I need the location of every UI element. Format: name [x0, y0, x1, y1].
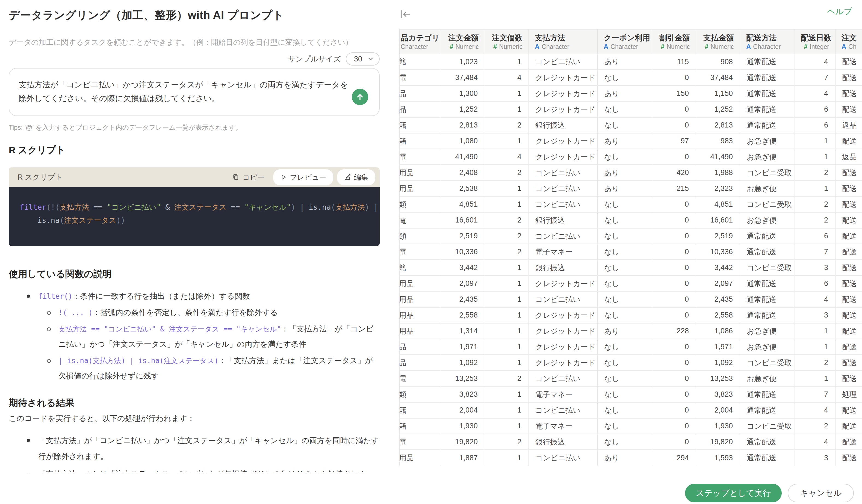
- table-cell: なし: [598, 197, 652, 212]
- table-cell: 1: [795, 323, 836, 339]
- table-cell: なし: [598, 117, 652, 133]
- table-cell: クレジットカード: [529, 86, 598, 102]
- table-cell: 品: [400, 355, 440, 371]
- table-cell: 電子マネー: [529, 418, 598, 434]
- table-row: 品1,9711クレジットカードなし01,971お急ぎ便1配送: [400, 339, 862, 355]
- function-explanation-item: filter()：条件に一致する行を抽出（または除外）する関数: [9, 289, 380, 304]
- table-cell: 0: [652, 307, 696, 323]
- table-cell: 908: [696, 54, 740, 70]
- table-cell: 0: [652, 212, 696, 228]
- column-header[interactable]: 割引金額#Numeric: [652, 29, 696, 54]
- table-cell: 用品: [400, 307, 440, 323]
- table-cell: クレジットカード: [529, 355, 598, 371]
- column-name: 割引金額: [658, 33, 690, 43]
- table-row: 籍1,0801クレジットカードあり97983お急ぎ便1配送: [400, 133, 862, 149]
- column-type: #Integer: [801, 43, 829, 51]
- preview-button[interactable]: プレビュー: [273, 169, 333, 185]
- table-cell: 配送: [836, 244, 862, 260]
- table-cell: 0: [652, 117, 696, 133]
- table-cell: コンビニ払い: [529, 54, 598, 70]
- table-cell: あり: [598, 165, 652, 181]
- copy-button[interactable]: コピー: [227, 170, 269, 185]
- column-header[interactable]: 支払方法ACharacter: [529, 29, 598, 54]
- column-header[interactable]: 注文ACh: [836, 29, 862, 54]
- column-header[interactable]: 品カテゴリCharacter: [400, 29, 440, 54]
- table-cell: 通常配送: [740, 402, 795, 418]
- app-root: データラングリング（加工、整形）with AI プロンプト データの加工に関する…: [0, 0, 862, 504]
- collapse-left-icon: [400, 9, 413, 20]
- table-cell: 0: [652, 102, 696, 117]
- tips-text: Tips: '@' を入力するとプロジェクト内のデータフレーム一覧が表示されます…: [9, 123, 380, 132]
- table-cell: 1: [485, 292, 529, 307]
- table-cell: 処理: [836, 387, 862, 402]
- table-cell: 215: [652, 181, 696, 197]
- table-cell: 3,442: [440, 260, 485, 276]
- table-row: 籍2,8132銀行振込なし02,813通常配送6返品: [400, 117, 862, 133]
- table-cell: 1: [795, 181, 836, 197]
- column-header[interactable]: 配送日数#Integer: [795, 29, 836, 54]
- run-as-step-button[interactable]: ステップとして実行: [685, 484, 782, 502]
- table-cell: 類: [400, 197, 440, 212]
- table-cell: 2,519: [440, 228, 485, 244]
- table-cell: 0: [652, 228, 696, 244]
- table-cell: 7: [795, 244, 836, 260]
- table-cell: なし: [598, 418, 652, 434]
- table-cell: 品: [400, 102, 440, 117]
- bullet-text: ：括弧内の条件を否定し、条件を満たす行を除外する: [93, 308, 278, 317]
- table-cell: クレジットカード: [529, 339, 598, 355]
- column-header[interactable]: 注文個数#Numeric: [485, 29, 529, 54]
- table-cell: 10,336: [696, 244, 740, 260]
- table-cell: 配送: [836, 323, 862, 339]
- table-cell: 用品: [400, 450, 440, 466]
- table-cell: あり: [598, 86, 652, 102]
- table-cell: 2: [485, 371, 529, 387]
- table-cell: 294: [652, 450, 696, 466]
- table-cell: 0: [652, 339, 696, 355]
- table-cell: 2,004: [440, 402, 485, 418]
- table-cell: 4,851: [440, 197, 485, 212]
- table-cell: 1,988: [696, 165, 740, 181]
- table-cell: 228: [652, 323, 696, 339]
- table-cell: 16,601: [696, 212, 740, 228]
- column-header[interactable]: 支払金額#Numeric: [696, 29, 740, 54]
- column-type: Character: [401, 43, 434, 51]
- table-cell: 通常配送: [740, 86, 795, 102]
- column-name: 注文金額: [446, 33, 479, 43]
- table-row: 用品2,0971クレジットカードなし02,097通常配送6配送: [400, 276, 862, 292]
- table-row: 電16,6012銀行振込なし016,601お急ぎ便2配送: [400, 212, 862, 228]
- table-cell: 13,253: [696, 371, 740, 387]
- column-header[interactable]: クーポン利用ACharacter: [598, 29, 652, 54]
- table-cell: 4: [485, 149, 529, 165]
- collapse-panel-button[interactable]: [400, 8, 413, 21]
- help-link[interactable]: ヘルプ: [827, 6, 852, 17]
- table-cell: 配送: [836, 355, 862, 371]
- table-cell: 電子マネー: [529, 387, 598, 402]
- table-cell: 1: [485, 276, 529, 292]
- table-cell: 用品: [400, 323, 440, 339]
- table-cell: 1,252: [440, 102, 485, 117]
- prompt-input[interactable]: 支払方法が「コンビニ払い」かつ注文ステータスが「キャンセル」の両方を満たすデータ…: [9, 68, 380, 116]
- copy-label: コピー: [243, 173, 264, 182]
- table-header-row: 品カテゴリCharacter注文金額#Numeric注文個数#Numeric支払…: [400, 29, 862, 54]
- column-header[interactable]: 注文金額#Numeric: [440, 29, 485, 54]
- table-cell: 37,484: [440, 70, 485, 86]
- table-cell: 1: [485, 355, 529, 371]
- table-cell: 13,253: [440, 371, 485, 387]
- table-cell: 2,558: [696, 307, 740, 323]
- column-type: ACharacter: [535, 43, 591, 51]
- edit-button[interactable]: 編集: [337, 169, 375, 185]
- column-name: 注文: [841, 33, 857, 43]
- table-cell: 115: [652, 54, 696, 70]
- sample-size-select[interactable]: 30: [346, 52, 380, 66]
- column-name: 配送日数: [801, 33, 829, 43]
- send-button[interactable]: [352, 89, 368, 105]
- table-cell: 0: [652, 197, 696, 212]
- column-header[interactable]: 配送方法ACharacter: [740, 29, 795, 54]
- table-cell: 1: [485, 181, 529, 197]
- inline-code: 支払方法 == "コンビニ払い" & 注文ステータス == "キャンセル": [58, 325, 281, 333]
- cancel-button[interactable]: キャンセル: [788, 484, 854, 502]
- table-cell: 0: [652, 371, 696, 387]
- table-cell: 1,023: [440, 54, 485, 70]
- table-cell: 1: [485, 54, 529, 70]
- table-cell: 7: [795, 70, 836, 86]
